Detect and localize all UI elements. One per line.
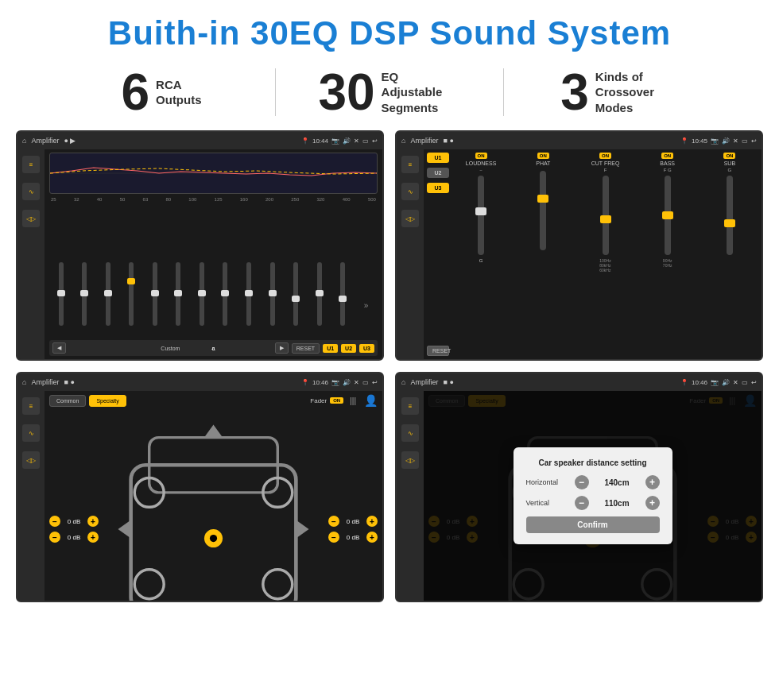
vol1-plus[interactable]: +	[87, 516, 99, 527]
tab-specialty[interactable]: Specialty	[89, 395, 126, 407]
eq-time: 10:44	[312, 137, 328, 145]
stat-crossover: 3 Kinds ofCrossover Modes	[504, 67, 731, 118]
dialog-confirm-button[interactable]: Confirm	[526, 516, 660, 533]
crossover-volume-icon: 🔊	[722, 137, 730, 145]
fader-back-icon[interactable]: ↩	[372, 379, 378, 386]
eq-prev-btn[interactable]: ◀	[52, 342, 66, 354]
svg-point-9	[134, 570, 164, 599]
vol4-minus[interactable]: −	[328, 532, 339, 543]
eq-sidebar-wave[interactable]: ∿	[22, 183, 40, 200]
eq-reset-btn[interactable]: RESET	[292, 343, 320, 354]
stat-crossover-label: Kinds ofCrossover Modes	[595, 69, 675, 116]
vol-control-3: − 0 dB +	[328, 516, 378, 527]
distance-sidebar-wave[interactable]: ∿	[401, 424, 419, 442]
eq-slider-4: 5	[129, 262, 134, 326]
crossover-sidebar-volume[interactable]: ◁▷	[401, 210, 419, 227]
eq-status-bar: ⌂ Amplifier ● ▶ 📍 10:44 📷 🔊 ✕ ▭ ↩	[17, 132, 382, 149]
screen-eq: ⌂ Amplifier ● ▶ 📍 10:44 📷 🔊 ✕ ▭ ↩ ≡	[16, 130, 384, 361]
fader-mode-icons: ■ ●	[64, 378, 74, 386]
back-icon[interactable]: ↩	[372, 137, 378, 145]
fader-left-controls: − 0 dB + − 0 dB +	[49, 410, 99, 601]
freq-320: 320	[316, 197, 324, 202]
home-icon[interactable]: ⌂	[22, 137, 26, 145]
eq-sidebar-volume[interactable]: ◁▷	[22, 210, 40, 227]
fader-on-toggle[interactable]: ON	[330, 397, 343, 404]
svg-point-12	[210, 535, 217, 542]
distance-window-icon: ▭	[742, 379, 748, 386]
crossover-back-icon[interactable]: ↩	[751, 137, 757, 145]
svg-marker-5	[118, 520, 130, 538]
eq-freq-labels: 25 32 40 50 63 80 100 125 160 200 250 32…	[49, 197, 378, 202]
crossover-u1-btn[interactable]: U1	[427, 153, 449, 163]
crossover-camera-icon: 📷	[711, 137, 719, 145]
eq-u2-btn[interactable]: U2	[341, 344, 356, 353]
tab-common[interactable]: Common	[49, 395, 86, 407]
camera-icon: 📷	[331, 137, 339, 145]
dialog-horizontal-minus[interactable]: −	[575, 475, 589, 489]
vol-control-4: − 0 dB +	[328, 532, 378, 543]
fader-person-icon: 👤	[364, 394, 378, 407]
crossover-status-icons: 📍 10:45 📷 🔊 ✕ ▭ ↩	[680, 137, 757, 145]
freq-200: 200	[265, 197, 273, 202]
vol1-minus[interactable]: −	[49, 516, 60, 527]
eq-slider-more: »	[364, 301, 369, 310]
distance-sidebar: ≡ ∿ ◁▷	[397, 391, 424, 601]
fader-status-icons: 📍 10:46 📷 🔊 ✕ ▭ ↩	[301, 379, 378, 386]
crossover-sidebar-filter[interactable]: ≡	[401, 156, 419, 173]
distance-screen-content: ≡ ∿ ◁▷ Common Specialty Fader ON |||	[397, 391, 762, 601]
freq-40: 40	[97, 197, 103, 202]
fader-sidebar-wave[interactable]: ∿	[22, 424, 40, 442]
phat-label: PHAT	[536, 160, 550, 166]
fader-home-icon[interactable]: ⌂	[22, 378, 26, 386]
vol2-minus[interactable]: −	[49, 532, 60, 543]
dialog-horizontal-plus[interactable]: +	[645, 475, 660, 489]
volume-icon: 🔊	[343, 137, 351, 145]
cross-loudness: ON LOUDNESS ~ G	[452, 153, 510, 356]
fader-time: 10:46	[312, 379, 328, 386]
crossover-location-icon: 📍	[680, 137, 688, 145]
bass-label: BASS	[660, 160, 675, 166]
stat-rca: 6 RCAOutputs	[48, 67, 275, 118]
fader-sidebar-volume[interactable]: ◁▷	[22, 451, 40, 469]
eq-u1-btn[interactable]: U1	[323, 344, 338, 353]
crossover-home-icon[interactable]: ⌂	[401, 137, 405, 145]
dialog-vertical-plus[interactable]: +	[645, 496, 660, 510]
distance-home-icon[interactable]: ⌂	[401, 378, 405, 386]
eq-slider-8: 0	[223, 262, 227, 326]
crossover-u3-btn[interactable]: U3	[427, 183, 449, 193]
svg-marker-6	[296, 520, 308, 538]
fader-close-icon: ✕	[354, 379, 359, 386]
vol3-minus[interactable]: −	[328, 516, 339, 527]
eq-sidebar-filter[interactable]: ≡	[22, 156, 40, 173]
vol4-plus[interactable]: +	[366, 532, 378, 543]
eq-next-btn[interactable]: ▶	[275, 342, 289, 354]
distance-sidebar-volume[interactable]: ◁▷	[401, 451, 419, 469]
close-icon: ✕	[354, 137, 359, 145]
freq-32: 32	[74, 197, 79, 202]
distance-sidebar-filter[interactable]: ≡	[401, 397, 419, 415]
fader-location-icon: 📍	[301, 379, 309, 386]
eq-sidebar: ≡ ∿ ◁▷	[17, 149, 45, 359]
fader-sidebar-filter[interactable]: ≡	[22, 397, 40, 415]
fader-main-content: Common Specialty Fader ON ||| 👤	[45, 391, 382, 601]
eq-slider-6: 0	[176, 262, 180, 326]
crossover-u2-btn[interactable]: U2	[427, 168, 449, 178]
vol2-plus[interactable]: +	[87, 532, 99, 543]
distance-back-icon[interactable]: ↩	[751, 379, 757, 386]
crossover-sidebar-wave[interactable]: ∿	[401, 183, 419, 200]
eq-u3-btn[interactable]: U3	[359, 344, 374, 353]
dialog-vertical-minus[interactable]: −	[575, 496, 589, 510]
eq-slider-3: 0	[106, 262, 110, 326]
eq-sliders: 0 0 0 5	[49, 205, 378, 340]
eq-slider-13: -1	[340, 262, 345, 326]
crossover-reset-btn[interactable]: RESET	[427, 346, 449, 356]
crossover-sidebar: ≡ ∿ ◁▷	[397, 149, 424, 359]
crossover-presets: U1 U2 U3 RESET	[427, 153, 449, 356]
distance-app-name: Amplifier	[410, 378, 438, 386]
distance-time: 10:46	[692, 379, 707, 386]
crossover-screen-content: ≡ ∿ ◁▷ U1 U2 U3 RESET	[397, 149, 762, 359]
cross-cutfreq: ON CUT FREQ F 100Hz80kHz60kHz	[576, 153, 634, 356]
vol3-plus[interactable]: +	[366, 516, 378, 527]
fader-camera-icon: 📷	[331, 379, 339, 386]
fader-window-icon: ▭	[362, 379, 369, 386]
